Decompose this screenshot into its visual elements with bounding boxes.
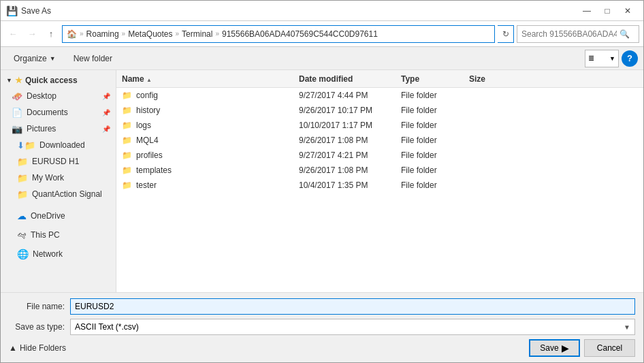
filename-row: File name: xyxy=(9,298,635,315)
view-button[interactable]: ≣ ▼ xyxy=(585,50,619,67)
desktop-icon: 🛷 xyxy=(12,91,22,101)
file-row[interactable]: 📁templates 9/26/2017 1:08 PM File folder xyxy=(116,163,643,178)
quick-access-label: Quick access xyxy=(25,76,78,85)
save-as-dialog: 💾 Save As — □ ✕ ← → ↑ 🏠 » Roaming » Meta… xyxy=(0,0,644,363)
organize-button[interactable]: Organize ▼ xyxy=(6,50,63,67)
hide-folders-icon: ▲ xyxy=(9,343,17,353)
path-segment-terminal[interactable]: Terminal xyxy=(182,29,212,39)
back-button[interactable]: ← xyxy=(5,26,21,42)
file-name-config: config xyxy=(136,91,158,100)
sidebar-item-onedrive[interactable]: ☁ OneDrive xyxy=(1,208,116,224)
path-sep-3: » xyxy=(176,30,180,37)
search-input[interactable] xyxy=(521,29,617,39)
pictures-icon: 📷 xyxy=(12,124,22,134)
sidebar-item-label-thispc: This PC xyxy=(31,230,60,240)
eurusd-folder-icon: 📁 xyxy=(17,157,28,167)
file-row[interactable]: 📁MQL4 9/26/2017 1:08 PM File folder xyxy=(116,133,643,148)
onedrive-icon: ☁ xyxy=(17,210,27,221)
minimize-button[interactable]: — xyxy=(577,1,597,21)
file-date-history: 9/26/2017 10:17 PM xyxy=(299,106,401,115)
path-sep-4: » xyxy=(215,30,219,37)
saveas-dropdown[interactable]: ASCII Text (*.csv) ▼ xyxy=(70,319,635,335)
folder-icon-templates: 📁 xyxy=(122,165,132,175)
dialog-icon: 💾 xyxy=(6,5,17,16)
file-row[interactable]: 📁profiles 9/27/2017 4:21 PM File folder xyxy=(116,148,643,163)
sidebar-item-downloaded[interactable]: ⬇📁 Downloaded xyxy=(1,137,116,153)
file-row[interactable]: 📁history 9/26/2017 10:17 PM File folder xyxy=(116,103,643,118)
dialog-title: Save As xyxy=(21,6,573,16)
column-size[interactable]: Size xyxy=(469,74,524,84)
address-path[interactable]: 🏠 » Roaming » MetaQuotes » Terminal » 91… xyxy=(62,25,495,43)
file-row[interactable]: 📁logs 10/10/2017 1:17 PM File folder xyxy=(116,118,643,133)
sidebar-item-mywork[interactable]: 📁 My Work xyxy=(1,170,116,186)
file-date-mql4: 9/26/2017 1:08 PM xyxy=(299,136,401,145)
quick-access-star-icon: ★ xyxy=(15,76,22,85)
file-date-tester: 10/4/2017 1:35 PM xyxy=(299,180,401,190)
file-type-tester: File folder xyxy=(401,180,469,190)
filename-input[interactable] xyxy=(70,298,635,315)
column-date[interactable]: Date modified xyxy=(299,74,401,84)
file-type-config: File folder xyxy=(401,91,469,100)
sidebar-item-thispc[interactable]: 🛩 This PC xyxy=(1,227,116,243)
filename-label: File name: xyxy=(9,302,70,311)
organize-chevron: ▼ xyxy=(50,55,56,62)
up-button[interactable]: ↑ xyxy=(43,26,59,42)
addressbar: ← → ↑ 🏠 » Roaming » MetaQuotes » Termina… xyxy=(1,21,643,47)
refresh-button[interactable]: ↻ xyxy=(498,25,514,43)
maximize-button[interactable]: □ xyxy=(597,1,617,21)
sidebar-item-label-desktop: Desktop xyxy=(27,91,57,101)
sidebar-item-label-documents: Documents xyxy=(27,108,68,117)
pin-icon-documents: 📌 xyxy=(102,109,110,116)
bottom-buttons: ▲ Hide Folders Save ▶ Cancel xyxy=(9,339,635,357)
saveas-row: Save as type: ASCII Text (*.csv) ▼ xyxy=(9,319,635,335)
column-type[interactable]: Type xyxy=(401,74,469,84)
sidebar-item-label-onedrive: OneDrive xyxy=(31,211,65,221)
folder-icon-logs: 📁 xyxy=(122,121,132,130)
sidebar-item-documents[interactable]: 📄 Documents 📌 xyxy=(1,104,116,121)
sidebar: ▼ ★ Quick access 🛷 Desktop 📌 📄 Documents… xyxy=(1,70,116,292)
folder-icon-history: 📁 xyxy=(122,106,132,115)
path-home-icon: 🏠 xyxy=(67,29,77,39)
main-content: ▼ ★ Quick access 🛷 Desktop 📌 📄 Documents… xyxy=(1,70,643,292)
file-row[interactable]: 📁config 9/27/2017 4:44 PM File folder xyxy=(116,88,643,103)
new-folder-label: New folder xyxy=(74,54,112,63)
path-segment-metaquotes[interactable]: MetaQuotes xyxy=(128,29,172,39)
save-button[interactable]: Save ▶ xyxy=(529,339,580,357)
column-name[interactable]: Name ▲ xyxy=(122,74,299,84)
toolbar: Organize ▼ New folder ≣ ▼ ? xyxy=(1,47,643,70)
thispc-icon: 🛩 xyxy=(17,230,27,240)
help-button[interactable]: ? xyxy=(622,50,638,67)
save-cursor-icon: ▶ xyxy=(562,343,569,353)
file-name-tester: tester xyxy=(136,180,157,190)
hide-folders-button[interactable]: ▲ Hide Folders xyxy=(9,343,66,353)
saveas-value: ASCII Text (*.csv) xyxy=(75,322,139,332)
file-name-history: history xyxy=(136,106,160,115)
folder-icon-tester: 📁 xyxy=(122,180,132,190)
file-type-mql4: File folder xyxy=(401,136,469,145)
file-name-logs: logs xyxy=(136,121,151,130)
path-segment-hash[interactable]: 915566BA06ADA407569C544CC0D97611 xyxy=(222,29,378,39)
file-date-config: 9/27/2017 4:44 PM xyxy=(299,91,401,100)
forward-button[interactable]: → xyxy=(24,26,40,42)
path-sep-1: » xyxy=(80,30,84,37)
downloaded-folder-icon: ⬇📁 xyxy=(17,140,35,151)
search-box: 🔍 xyxy=(517,25,639,43)
file-name-templates: templates xyxy=(136,165,172,175)
file-row[interactable]: 📁tester 10/4/2017 1:35 PM File folder xyxy=(116,178,643,193)
file-name-mql4: MQL4 xyxy=(136,136,159,145)
file-type-logs: File folder xyxy=(401,121,469,130)
folder-icon-config: 📁 xyxy=(122,91,132,100)
file-name-profiles: profiles xyxy=(136,151,163,160)
close-button[interactable]: ✕ xyxy=(617,1,638,21)
sidebar-item-quantaction[interactable]: 📁 QuantAction Signal xyxy=(1,186,116,202)
cancel-button[interactable]: Cancel xyxy=(584,339,635,357)
sidebar-item-pictures[interactable]: 📷 Pictures 📌 xyxy=(1,121,116,137)
sidebar-item-eurusd[interactable]: 📁 EURUSD H1 xyxy=(1,153,116,170)
sidebar-item-label-pictures: Pictures xyxy=(27,124,56,133)
quick-access-header[interactable]: ▼ ★ Quick access xyxy=(1,73,116,88)
sidebar-item-desktop[interactable]: 🛷 Desktop 📌 xyxy=(1,88,116,104)
folder-icon-mql4: 📁 xyxy=(122,136,132,145)
path-segment-roaming[interactable]: Roaming xyxy=(86,29,119,39)
sidebar-item-network[interactable]: 🌐 Network xyxy=(1,246,116,262)
new-folder-button[interactable]: New folder xyxy=(66,50,120,67)
